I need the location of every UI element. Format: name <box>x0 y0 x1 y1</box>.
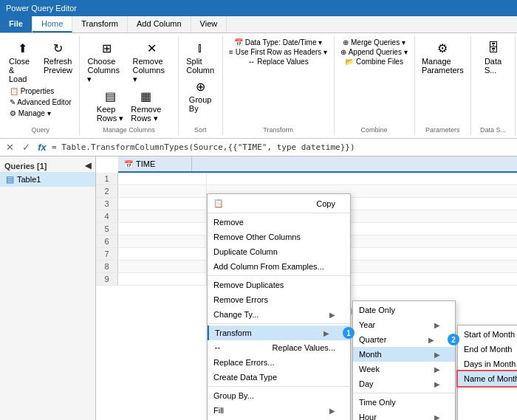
fill-arrow: ▶ <box>329 407 335 415</box>
menu-change-type[interactable]: Change Ty... ▶ <box>208 307 350 322</box>
menu-remove-errors[interactable]: Remove Errors <box>208 292 350 307</box>
menu-group-by[interactable]: Group By... <box>208 388 350 403</box>
menu-remove-other[interactable]: Remove Other Columns <box>208 230 350 244</box>
split-icon: ⫿ <box>191 39 209 57</box>
queries-header-label: Queries [1] <box>4 162 47 171</box>
keep-rows-icon: ▤ <box>101 87 119 105</box>
menu-fill[interactable]: Fill ▶ <box>208 403 350 418</box>
menu-year[interactable]: Year ▶ <box>353 317 455 332</box>
menu-month-label: Month <box>359 350 382 359</box>
close-load-button[interactable]: ⬆ Close &Load <box>6 38 39 85</box>
data-cell-9 <box>118 273 207 285</box>
menu-transform[interactable]: Transform ▶ 1 <box>208 326 350 340</box>
parameters-label: Parameters <box>425 125 460 134</box>
ribbon-row-1: ⬆ Close &Load ↻ RefreshPreview <box>6 38 75 85</box>
group-by-button[interactable]: ⊕ GroupBy <box>186 76 215 114</box>
manage-cols-row: ⊞ ChooseColumns ▾ ✕ RemoveColumns ▾ <box>84 38 173 86</box>
keep-rows-button[interactable]: ▤ KeepRows ▾ <box>94 86 127 125</box>
datetime-icon: 📅 <box>124 160 133 168</box>
choose-columns-button[interactable]: ⊞ ChooseColumns ▾ <box>84 38 128 86</box>
menu-fill-label: Fill <box>213 406 224 415</box>
menu-duplicate[interactable]: Duplicate Column <box>208 244 350 259</box>
close-formula-icon[interactable]: ✕ <box>3 142 16 153</box>
menu-create-data-type[interactable]: Create Data Type <box>208 370 350 385</box>
advanced-editor-button[interactable]: ✎ Advanced Editor <box>7 97 75 107</box>
menu-days-in-month-label: Days in Month <box>464 359 516 368</box>
tab-home[interactable]: Home <box>32 16 72 32</box>
menu-day[interactable]: Day ▶ <box>353 376 455 391</box>
append-queries-button[interactable]: ⊕ Append Queries ▾ <box>338 47 410 57</box>
row-num-7: 7 <box>96 248 118 260</box>
menu-transform-label: Transform <box>215 328 252 337</box>
menu-copy[interactable]: 📋 Copy <box>208 196 350 211</box>
divider-3 <box>208 323 350 324</box>
merge-queries-button[interactable]: ⊕ Merge Queries ▾ <box>340 38 408 47</box>
combine-files-button[interactable]: 📂 Combine Files <box>342 57 406 66</box>
menu-remove-dupes[interactable]: Remove Duplicates <box>208 278 350 292</box>
replace-values-button[interactable]: ↔ Replace Values <box>245 57 312 66</box>
manage-button[interactable]: ⚙ Manage ▾ <box>7 109 75 118</box>
tab-transform[interactable]: Transform <box>72 16 128 32</box>
menu-remove-other-label: Remove Other Columns <box>213 233 301 241</box>
confirm-formula-icon[interactable]: ✓ <box>19 142 32 153</box>
query-item-table1[interactable]: ▤ Table1 <box>0 172 95 187</box>
menu-start-of-month[interactable]: Start of Month <box>458 327 517 342</box>
remove-columns-icon: ✕ <box>143 39 160 57</box>
table-icon: ▤ <box>6 174 14 185</box>
tab-view[interactable]: View <box>191 16 227 32</box>
split-column-button[interactable]: ⫿ SplitColumn <box>183 38 217 76</box>
grid-row-1: 1 <box>96 173 517 185</box>
menu-change-type-label: Change Ty... <box>213 310 258 319</box>
context-menu-month-sub: Start of Month End of Month Days in Mont… <box>457 325 517 420</box>
collapse-icon[interactable]: ◀ <box>85 161 91 171</box>
menu-month[interactable]: Month ▶ <box>353 347 455 362</box>
menu-add-from-examples[interactable]: Add Column From Examples... <box>208 259 350 274</box>
copy-icon: 📋 <box>213 199 224 208</box>
col-header-time[interactable]: 📅 TIME <box>118 156 192 171</box>
menu-end-of-month[interactable]: End of Month <box>458 342 517 357</box>
close-load-label: Close &Load <box>9 57 36 83</box>
manage-parameters-label: ManageParameters <box>422 57 464 75</box>
fx-icon: fx <box>35 142 49 153</box>
row-num-1: 1 <box>96 173 118 185</box>
menu-hour[interactable]: Hour ▶ <box>353 410 455 420</box>
menu-create-data-type-label: Create Data Type <box>213 373 277 382</box>
first-row-button[interactable]: ≡ Use First Row as Headers ▾ <box>226 47 330 57</box>
manage-parameters-button[interactable]: ⚙ ManageParameters <box>419 38 467 76</box>
year-arrow: ▶ <box>434 321 440 329</box>
formula-bar: ✕ ✓ fx <box>0 139 517 156</box>
data-cell-1 <box>118 173 207 185</box>
remove-rows-label: RemoveRows ▾ <box>131 105 161 123</box>
refresh-icon: ↻ <box>49 39 66 57</box>
menu-remove-dupes-label: Remove Duplicates <box>213 280 284 289</box>
refresh-label: RefreshPreview <box>44 57 72 75</box>
properties-button[interactable]: 📋 Properties <box>7 86 75 96</box>
tab-add-column[interactable]: Add Column <box>128 16 191 32</box>
transform-group-label: Transform <box>263 125 293 134</box>
remove-rows-button[interactable]: ▦ RemoveRows ▾ <box>128 86 164 125</box>
tab-file[interactable]: File <box>0 16 32 32</box>
ribbon-group-parameters: ⚙ ManageParameters Parameters <box>415 36 471 135</box>
data-type-button[interactable]: 📅 Data Type: Date/Time ▾ <box>231 38 325 47</box>
remove-columns-button[interactable]: ✕ RemoveColumns ▾ <box>130 38 174 86</box>
sort-label: Sort <box>194 125 207 134</box>
menu-time-only[interactable]: Time Only <box>353 395 455 410</box>
menu-date-only[interactable]: Date Only <box>353 303 455 317</box>
refresh-button[interactable]: ↻ RefreshPreview <box>41 38 75 85</box>
menu-week[interactable]: Week ▶ <box>353 362 455 376</box>
ribbon-group-sort: ⫿ SplitColumn ⊕ GroupBy Sort <box>179 36 223 135</box>
menu-remove[interactable]: Remove <box>208 215 350 230</box>
data-source-button[interactable]: 🗄 DataS... <box>480 38 507 76</box>
query-group-label: Query <box>31 125 49 134</box>
split-label: SplitColumn <box>186 57 214 75</box>
menu-name-of-month[interactable]: Name of Month <box>458 371 517 386</box>
menu-quarter[interactable]: Quarter ▶ 2 <box>353 332 455 347</box>
menu-days-in-month[interactable]: Days in Month 3 <box>458 357 517 371</box>
ribbon-content: ⬆ Close &Load ↻ RefreshPreview 📋 Propert… <box>0 33 517 139</box>
menu-year-label: Year <box>359 320 375 329</box>
menu-replace-values[interactable]: ↔ Replace Values... <box>208 340 350 355</box>
queries-header: Queries [1] ◀ <box>0 159 95 172</box>
formula-input[interactable] <box>52 142 514 152</box>
menu-replace-errors[interactable]: Replace Errors... <box>208 355 350 370</box>
keep-rows-label: KeepRows ▾ <box>97 105 124 123</box>
